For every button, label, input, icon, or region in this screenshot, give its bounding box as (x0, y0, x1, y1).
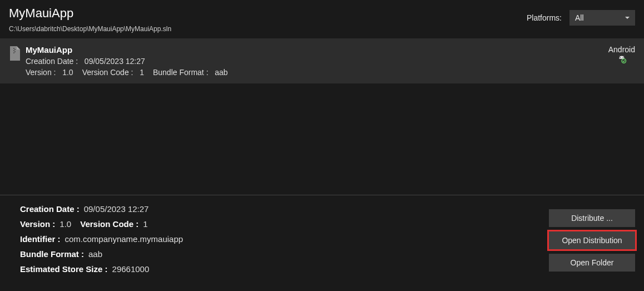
svg-rect-0 (13, 48, 14, 49)
detail-identifier: Identifier : com.companyname.mymauiapp (20, 234, 183, 244)
details-actions: Distribute ... Open Distribution Open Fo… (549, 209, 635, 274)
chevron-down-icon (625, 17, 630, 19)
archive-bundle-format: Bundle Format : aab (153, 68, 228, 77)
detail-version-row: Version : 1.0 Version Code : 1 (20, 219, 183, 229)
svg-rect-2 (13, 50, 14, 51)
archive-meta-row: Version : 1.0 Version Code : 1 Bundle Fo… (26, 68, 228, 77)
file-archive-icon (9, 46, 20, 61)
svg-line-8 (623, 56, 624, 57)
detail-creation-date: Creation Date : 09/05/2023 12:27 (20, 204, 183, 214)
platforms-select[interactable]: All (569, 10, 635, 26)
platforms-label: Platforms: (527, 13, 562, 22)
details-panel: Creation Date : 09/05/2023 12:27 Version… (0, 195, 644, 283)
header: MyMauiApp C:\Users\dabritch\Desktop\MyMa… (0, 0, 644, 38)
detail-bundle-format: Bundle Format : aab (20, 249, 183, 259)
svg-line-7 (620, 56, 621, 57)
archive-list-item[interactable]: MyMauiApp Creation Date : 09/05/2023 12:… (0, 38, 644, 83)
svg-rect-3 (14, 51, 16, 52)
detail-estimated-store-size: Estimated Store Size : 29661000 (20, 264, 183, 274)
archive-list-empty-space (0, 83, 644, 195)
header-left: MyMauiApp C:\Users\dabritch\Desktop\MyMa… (9, 6, 171, 33)
details-left: Creation Date : 09/05/2023 12:27 Version… (20, 204, 183, 274)
archive-version-code: Version Code : 1 (82, 68, 144, 77)
archive-left: MyMauiApp Creation Date : 09/05/2023 12:… (9, 45, 228, 77)
solution-path: C:\Users\dabritch\Desktop\MyMauiApp\MyMa… (9, 25, 171, 33)
open-folder-button[interactable]: Open Folder (549, 254, 635, 272)
svg-point-5 (620, 57, 621, 58)
android-icon (617, 55, 627, 67)
detail-version-code: Version Code : 1 (80, 219, 147, 229)
archive-version: Version : 1.0 (26, 68, 73, 77)
svg-rect-1 (14, 49, 16, 50)
archive-creation-date-value: 09/05/2023 12:27 (85, 57, 145, 66)
archive-name: MyMauiApp (26, 45, 228, 55)
archive-creation-date-row: Creation Date : 09/05/2023 12:27 (26, 57, 228, 66)
platform-name: Android (608, 45, 635, 54)
archive-info: MyMauiApp Creation Date : 09/05/2023 12:… (26, 45, 228, 77)
page-title: MyMauiApp (9, 6, 171, 22)
open-distribution-button[interactable]: Open Distribution (549, 231, 635, 249)
svg-point-6 (622, 57, 623, 58)
archive-creation-date-label: Creation Date : (26, 57, 78, 66)
svg-rect-4 (13, 52, 14, 53)
platforms-selected-value: All (575, 13, 584, 22)
archive-platform: Android (608, 45, 635, 67)
distribute-button[interactable]: Distribute ... (549, 209, 635, 227)
detail-version: Version : 1.0 (20, 219, 71, 229)
header-right: Platforms: All (527, 10, 635, 26)
